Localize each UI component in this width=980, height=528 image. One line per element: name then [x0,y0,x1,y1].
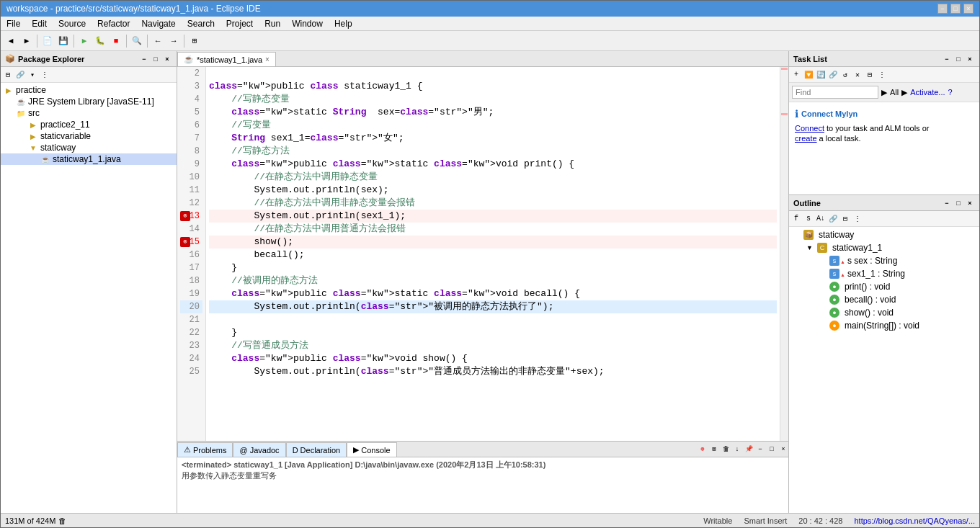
pe-maximize-button[interactable]: □ [151,54,161,64]
outline-item-5[interactable]: ●becall() : void [789,293,979,306]
outline-maximize-button[interactable]: □ [953,198,963,208]
tree-item-0[interactable]: ▶practice [1,84,177,96]
create-link[interactable]: create [795,134,817,143]
menu-item-edit[interactable]: Edit [29,19,50,29]
code-line-17: } [209,261,777,274]
menu-item-run[interactable]: Run [262,19,283,29]
tree-item-1[interactable]: ☕JRE System Library [JavaSE-11] [1,96,177,107]
stop-button[interactable]: ■ [109,34,123,48]
pe-collapse-button[interactable]: ⊟ [2,69,14,81]
bottom-tab-declaration[interactable]: DDeclaration [286,442,347,457]
menu-item-source[interactable]: Source [55,19,89,29]
tree-item-2[interactable]: 📁src [1,107,177,119]
menu-item-help[interactable]: Help [331,19,355,29]
back-button[interactable]: ◀ [4,34,18,48]
close-button[interactable]: × [963,4,974,14]
tree-item-5[interactable]: ▼staticway [1,142,177,153]
outline-hide-fields-button[interactable]: f [790,213,802,225]
outline-item-2[interactable]: s▲s sex : String [789,254,979,267]
tree-icon-3: ▶ [28,120,38,130]
connect-link[interactable]: Connect [795,124,824,133]
outline-minimize-button[interactable]: − [942,198,952,208]
bottom-tab-console[interactable]: ▶Console [347,442,396,457]
prev-edit-button[interactable]: ← [151,34,165,48]
outline-collapse-button[interactable]: ⊟ [839,213,851,225]
save-button[interactable]: 💾 [56,34,71,48]
menu-item-project[interactable]: Project [223,19,256,29]
menu-item-file[interactable]: File [4,19,23,29]
tree-label-0: practice [16,85,46,95]
outline-alphabetical-button[interactable]: A↓ [815,213,827,225]
tree-icon-0: ▶ [4,85,14,95]
task-delete-button[interactable]: ✕ [852,69,863,81]
pe-minimize-button[interactable]: − [139,54,149,64]
task-maximize-button[interactable]: □ [953,54,963,64]
minimize-button[interactable]: − [937,4,948,14]
bottom-tab-javadoc[interactable]: @Javadoc [233,442,285,457]
perspective-button[interactable]: ⊞ [187,34,202,48]
bottom-pin-button[interactable]: 📌 [744,444,754,455]
tree-label-2: src [28,108,40,118]
tree-item-3[interactable]: ▶practice2_11 [1,119,177,130]
outline-link-button[interactable]: 🔗 [827,213,839,225]
pe-view-menu-button[interactable]: ⋮ [39,69,50,81]
tree-item-6[interactable]: ☕staticway1_1.java [1,153,177,165]
outline-item-1[interactable]: ▼Cstaticway1_1 [789,241,979,254]
task-collapse-button[interactable]: ⊟ [864,69,876,81]
bottom-term-button[interactable]: ⊠ [709,444,719,455]
editor-scrollbar[interactable] [780,67,788,441]
outline-tree: 📦staticway▼Cstaticway1_1s▲s sex : String… [789,227,979,513]
task-filter-button[interactable]: 🔽 [803,69,814,81]
task-menu-button[interactable]: ⋮ [876,69,888,81]
line-num-17: 17 [180,261,202,274]
forward-button[interactable]: ▶ [19,34,34,48]
code-editor[interactable]: class="kw">public class staticway1_1 { /… [206,67,780,441]
task-sync-button[interactable]: 🔄 [815,69,827,81]
pe-link-button[interactable]: 🔗 [14,69,26,81]
next-edit-button[interactable]: → [166,34,181,48]
editor-tab-staticway1_1[interactable]: ☕ *staticway1_1.java × [177,52,276,66]
menu-item-window[interactable]: Window [289,19,326,29]
outline-hide-static-button[interactable]: s [803,213,814,225]
new-button[interactable]: 📄 [40,34,55,48]
bottom-scroll-button[interactable]: ↓ [732,444,742,455]
task-link-button[interactable]: 🔗 [827,69,839,81]
code-line-22: } [209,326,777,339]
gc-button[interactable]: 🗑 [58,516,66,525]
menu-item-search[interactable]: Search [184,19,218,29]
editor-content[interactable]: 23456789101112⊗1314⊗15161718192021222324… [177,67,788,441]
pe-close-button[interactable]: × [162,54,172,64]
status-bar: 131M of 424M 🗑 Writable Smart Insert 20 … [1,513,979,527]
bottom-close-button[interactable]: × [778,444,788,455]
menu-item-navigate[interactable]: Navigate [138,19,178,29]
pe-menu-button[interactable]: ▾ [27,69,38,81]
tree-item-4[interactable]: ▶staticvariable [1,130,177,142]
menu-item-refactor[interactable]: Refactor [94,19,133,29]
scroll-marker-2 [781,113,788,115]
bottom-maximize-button[interactable]: □ [767,444,777,455]
task-close-button[interactable]: × [965,54,975,64]
find-input[interactable] [792,86,878,99]
run-button[interactable]: ▶ [77,34,92,48]
bottom-panel-area: ⚠Problems@JavadocDDeclaration▶Console ⊗ … [177,441,788,513]
outline-item-6[interactable]: ●show() : void [789,306,979,319]
maximize-button[interactable]: □ [950,4,961,14]
task-add-button[interactable]: + [790,69,802,81]
bottom-clear-button[interactable]: 🗑 [721,444,731,455]
search-button[interactable]: 🔍 [130,34,144,48]
outline-close-button[interactable]: × [965,198,975,208]
task-minimize-button[interactable]: − [942,54,952,64]
debug-button[interactable]: 🐛 [93,34,107,48]
tree-label-1: JRE System Library [JavaSE-11] [28,97,154,107]
outline-item-0[interactable]: 📦staticway [789,228,979,241]
bottom-err-button[interactable]: ⊗ [698,444,708,455]
outline-item-3[interactable]: s▲sex1_1 : String [789,267,979,280]
tab-close-button[interactable]: × [265,55,270,63]
outline-menu-button[interactable]: ⋮ [852,213,863,225]
bottom-tab-problems[interactable]: ⚠Problems [177,442,233,457]
outline-item-4[interactable]: ●print() : void [789,280,979,293]
bottom-minimize-button[interactable]: − [755,444,765,455]
task-refresh-button[interactable]: ↺ [839,69,851,81]
find-help[interactable]: ? [948,88,953,97]
outline-item-7[interactable]: ●main(String[]) : void [789,319,979,332]
